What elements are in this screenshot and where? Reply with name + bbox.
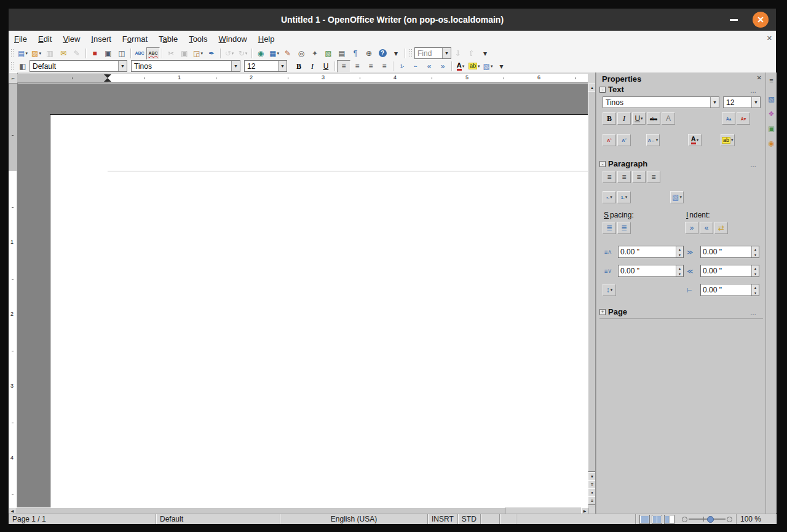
align-justify-icon[interactable]: ≡	[378, 60, 391, 72]
character-spacing-icon[interactable]: A↔▾	[646, 134, 660, 146]
vertical-ruler[interactable]: 1234	[9, 84, 17, 507]
spinner[interactable]: ▲▼	[676, 246, 683, 257]
highlighting-icon-dropdown[interactable]: ▾	[478, 64, 480, 69]
sb-underline-icon[interactable]: U▾	[632, 112, 646, 125]
sb-paragraph-background-icon-dropdown[interactable]: ▾	[679, 195, 682, 200]
underline-icon[interactable]: U	[319, 60, 333, 72]
menu-insert[interactable]: Insert	[85, 33, 117, 45]
page-more-options-icon[interactable]: …	[750, 310, 757, 316]
redo-icon-dropdown[interactable]: ▾	[245, 51, 248, 56]
sb-strikethrough-icon[interactable]: abc	[647, 112, 660, 125]
status-selection-mode[interactable]: STD	[458, 514, 481, 524]
sidebar-font-size-combo[interactable]: 12 ▼	[723, 96, 761, 108]
find-replace-icon[interactable]: ◎	[295, 47, 308, 60]
data-sources-icon[interactable]: ▤	[335, 47, 349, 60]
style-dropdown-icon[interactable]: ▼	[118, 61, 127, 71]
sidebar-size-dropdown-icon[interactable]: ▼	[751, 97, 760, 108]
sb-align-center-icon[interactable]: ≡	[617, 171, 631, 183]
horizontal-ruler[interactable]: 123456	[17, 74, 588, 83]
toolbar-grip[interactable]	[10, 49, 14, 58]
before-text-indent-field[interactable]: 0.00 " ▲▼	[700, 246, 759, 258]
document-canvas[interactable]	[17, 84, 588, 507]
status-page-number[interactable]: Page 1 / 1	[9, 514, 156, 524]
zoom-slider-thumb[interactable]	[707, 516, 714, 523]
format-paintbrush-icon[interactable]: ✒	[205, 47, 218, 60]
align-center-icon[interactable]: ≡	[350, 60, 364, 72]
document-page[interactable]	[50, 114, 588, 507]
book-view-icon[interactable]	[664, 515, 674, 524]
spinner[interactable]: ▲▼	[751, 246, 759, 257]
sb-font-color-icon-dropdown[interactable]: ▾	[697, 138, 699, 143]
subscript-icon[interactable]: Aˇ	[617, 134, 631, 146]
superscript-icon[interactable]: Aˆ	[603, 134, 616, 146]
below-paragraph-spacing-field[interactable]: 0.00 " ▲▼	[618, 265, 684, 277]
increase-font-icon[interactable]: A▴	[722, 112, 735, 125]
font-color-icon[interactable]: A▾	[454, 60, 467, 72]
line-spacing-icon-dropdown[interactable]: ▾	[611, 288, 613, 292]
styles-dialog-icon[interactable]: ◧	[16, 60, 30, 72]
menu-table[interactable]: Table	[153, 33, 183, 45]
table-icon-dropdown[interactable]: ▾	[277, 51, 279, 56]
formatting-overflow-icon[interactable]: ▾	[495, 60, 508, 72]
paragraph-section-header[interactable]: - Paragraph	[599, 159, 647, 168]
above-paragraph-spacing-field[interactable]: 0.00 " ▲▼	[618, 246, 684, 258]
sb-font-color-icon[interactable]: A▾	[688, 134, 702, 146]
paste-icon-dropdown[interactable]: ▾	[200, 51, 203, 56]
line-spacing-icon[interactable]: ↕▾	[603, 284, 616, 296]
sb-align-left-icon[interactable]: ≡	[603, 171, 616, 183]
close-button[interactable]: ✕	[753, 12, 769, 28]
font-color-icon-dropdown[interactable]: ▾	[462, 64, 465, 69]
switch-indent-icon[interactable]: ⇄	[714, 222, 728, 234]
paragraph-background-icon-dropdown[interactable]: ▾	[491, 64, 493, 69]
spinner[interactable]: ▲▼	[751, 265, 759, 276]
sidebar-menu-icon[interactable]: ≡	[767, 75, 776, 86]
nonprinting-characters-icon[interactable]: ¶	[349, 47, 362, 60]
status-signature[interactable]	[500, 514, 516, 524]
find-input[interactable]: Find ▼	[414, 47, 451, 59]
numbered-list-icon[interactable]: 1-	[395, 60, 409, 72]
open-icon-dropdown[interactable]: ▾	[39, 51, 41, 56]
page-section-header[interactable]: + Page	[599, 307, 627, 316]
document-as-email-icon[interactable]: ✉	[57, 47, 70, 60]
menu-view[interactable]: View	[57, 33, 85, 45]
sb-highlighting-icon[interactable]: ab▾	[721, 134, 735, 146]
font-size-combo[interactable]: 12 ▼	[244, 60, 287, 72]
sb-underline-icon-dropdown[interactable]: ▾	[641, 116, 643, 121]
find-toolbar-grip[interactable]	[409, 49, 412, 58]
paragraph-more-options-icon[interactable]: …	[750, 162, 757, 168]
tab-stop-selector[interactable]: ⌐	[9, 72, 18, 84]
status-insert-mode[interactable]: INSRT	[428, 514, 458, 524]
sidebar-font-name-combo[interactable]: Tinos ▼	[603, 96, 719, 108]
status-zoom-percent[interactable]: 100 %	[736, 514, 776, 524]
find-overflow-icon[interactable]: ▾	[478, 47, 492, 60]
italic-icon[interactable]: I	[306, 60, 319, 72]
sb-bullet-list-icon-dropdown[interactable]: ▾	[610, 195, 612, 200]
vertical-scrollbar[interactable]: ▲ ▼ ⇈ ● ⇊	[588, 84, 595, 507]
sb-decrease-indent-icon[interactable]: «	[700, 222, 713, 234]
paragraph-background-icon[interactable]: ▧▾	[481, 60, 495, 72]
decrease-font-icon[interactable]: A▾	[737, 112, 750, 125]
character-spacing-icon-dropdown[interactable]: ▾	[656, 138, 658, 143]
sidebar-close-icon[interactable]: ✕	[757, 74, 762, 81]
sb-numbered-list-icon[interactable]: 1-▾	[617, 191, 631, 203]
spinner[interactable]: ▲▼	[751, 284, 759, 295]
highlighting-icon[interactable]: ab▾	[467, 60, 481, 72]
text-section-header[interactable]: - Text	[599, 85, 624, 94]
status-language[interactable]: English (USA)	[280, 514, 428, 524]
horizontal-scrollbar[interactable]: ◀ ▶	[9, 507, 588, 514]
sb-shadow-icon[interactable]: A	[662, 112, 675, 125]
size-dropdown-icon[interactable]: ▼	[278, 61, 287, 71]
status-page-style[interactable]: Default	[156, 514, 280, 524]
collapse-icon[interactable]: -	[599, 161, 606, 167]
new-document-icon-dropdown[interactable]: ▾	[25, 51, 28, 56]
autospellcheck-icon[interactable]: ABC	[146, 47, 160, 60]
after-text-indent-field[interactable]: 0.00 " ▲▼	[700, 265, 759, 277]
help-icon[interactable]: ?	[376, 47, 389, 60]
paragraph-style-combo[interactable]: Default ▼	[30, 60, 127, 72]
menu-window[interactable]: Window	[213, 33, 253, 45]
zoom-out-icon[interactable]	[682, 517, 687, 522]
sb-paragraph-background-icon[interactable]: ▧▾	[670, 191, 684, 203]
new-document-icon[interactable]: ▤▾	[16, 47, 30, 60]
find-dropdown-icon[interactable]: ▼	[442, 48, 451, 58]
sb-increase-indent-icon[interactable]: »	[685, 222, 698, 234]
